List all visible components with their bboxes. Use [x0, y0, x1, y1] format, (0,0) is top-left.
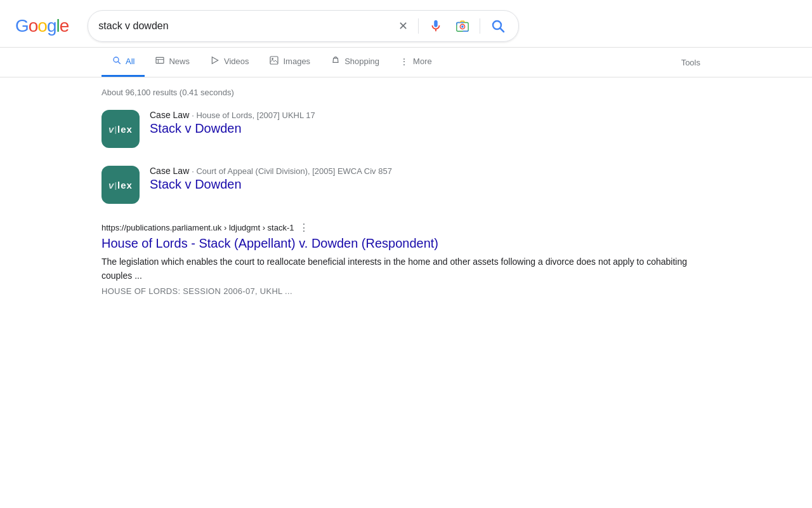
vlex-lex1: lex	[117, 124, 133, 135]
result-url-line: https://publications.parliament.uk › ldj…	[102, 222, 710, 234]
search-input[interactable]: stack v dowden	[98, 20, 391, 32]
mic-icon	[429, 19, 443, 33]
result-meta: HOUSE OF LORDS: SESSION 2006-07, UKHL ..…	[102, 286, 710, 296]
parliament-result: https://publications.parliament.uk › ldj…	[102, 222, 710, 296]
header: Google stack v dowden ✕	[0, 0, 812, 48]
result-favicon-2: v | lex	[102, 166, 140, 204]
vlex-logo-1: v | lex	[108, 124, 133, 135]
logo-g2: g	[47, 16, 56, 36]
svg-marker-11	[212, 57, 218, 64]
result-site-name-2: Case Law · Court of Appeal (Civil Divisi…	[150, 166, 710, 176]
nav-tabs: All News Videos Images Shopping ⋮ More T…	[0, 48, 812, 77]
svg-rect-8	[156, 57, 164, 63]
tab-all-label: All	[126, 57, 134, 66]
videos-tab-icon	[210, 55, 220, 67]
search-icon	[490, 18, 506, 34]
voice-search-button[interactable]	[426, 17, 445, 36]
logo-g: G	[15, 16, 29, 36]
tab-shopping[interactable]: Shopping	[320, 48, 390, 77]
shopping-tab-icon	[331, 55, 341, 67]
result-menu-button[interactable]: ⋮	[299, 222, 309, 234]
result-content-1: Case Law · House of Lords, [2007] UKHL 1…	[150, 110, 710, 136]
tab-shopping-label: Shopping	[344, 57, 379, 66]
result-snippet: The legislation which enables the court …	[102, 255, 710, 283]
svg-point-13	[272, 58, 274, 60]
svg-line-7	[118, 62, 120, 64]
vlex-logo-2: v | lex	[108, 180, 133, 190]
result-item-1: v | lex Case Law · House of Lords, [2007…	[102, 110, 710, 148]
results-count: About 96,100 results (0.41 seconds)	[102, 88, 710, 97]
tab-news[interactable]: News	[145, 48, 200, 77]
svg-rect-12	[270, 57, 278, 64]
logo-o1: o	[29, 16, 38, 36]
search-submit-button[interactable]	[488, 16, 508, 36]
svg-line-5	[501, 29, 504, 32]
svg-point-3	[461, 25, 464, 28]
site-sub-2: · Court of Appeal (Civil Division), [200…	[192, 166, 392, 176]
search-divider-2	[480, 18, 480, 34]
results-area: About 96,100 results (0.41 seconds) v | …	[0, 77, 812, 324]
google-logo: Google	[15, 16, 69, 36]
result-site-name-1: Case Law · House of Lords, [2007] UKHL 1…	[150, 110, 710, 120]
clear-search-button[interactable]: ✕	[396, 17, 410, 36]
tools-button[interactable]: Tools	[671, 50, 710, 75]
tab-all[interactable]: All	[102, 48, 145, 77]
site-name-label-1: Case Law	[150, 110, 189, 120]
vlex-v2: v	[108, 180, 114, 190]
result-content-2: Case Law · Court of Appeal (Civil Divisi…	[150, 166, 710, 192]
tab-images[interactable]: Images	[259, 48, 320, 77]
site-name-label-2: Case Law	[150, 166, 189, 176]
parliament-result-title[interactable]: House of Lords - Stack (Appellant) v. Do…	[102, 236, 710, 251]
logo-o2: o	[37, 16, 47, 36]
search-bar-icons: ✕	[396, 16, 508, 36]
logo-e: e	[60, 16, 69, 36]
tab-images-label: Images	[283, 57, 310, 66]
image-search-button[interactable]	[453, 17, 472, 36]
vlex-lex2: lex	[117, 180, 133, 190]
result-favicon-1: v | lex	[102, 110, 140, 148]
search-bar: stack v dowden ✕	[88, 10, 519, 42]
result-title-link-1[interactable]: Stack v Dowden	[150, 121, 710, 136]
close-icon: ✕	[398, 19, 408, 33]
tab-videos[interactable]: Videos	[200, 48, 259, 77]
tab-more-label: More	[413, 57, 432, 66]
tab-more[interactable]: ⋮ More	[390, 49, 442, 76]
vlex-v1: v	[108, 124, 114, 135]
camera-icon	[455, 19, 469, 33]
tab-videos-label: Videos	[224, 57, 249, 66]
site-sub-1: · House of Lords, [2007] UKHL 17	[192, 110, 315, 120]
result-item-2: v | lex Case Law · Court of Appeal (Civi…	[102, 166, 710, 204]
news-tab-icon	[155, 55, 165, 67]
tab-news-label: News	[169, 57, 190, 66]
search-tab-icon	[112, 55, 122, 67]
search-divider	[418, 18, 419, 34]
result-url-text: https://publications.parliament.uk › ldj…	[102, 223, 294, 232]
more-tab-icon: ⋮	[400, 57, 409, 67]
images-tab-icon	[269, 55, 279, 67]
result-title-link-2[interactable]: Stack v Dowden	[150, 177, 710, 192]
